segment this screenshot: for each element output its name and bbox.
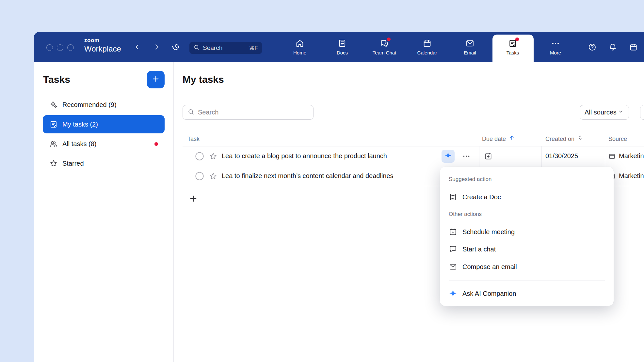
ai-companion-button[interactable] <box>442 150 455 163</box>
history-button[interactable] <box>169 41 182 54</box>
plus-icon <box>152 75 160 84</box>
search-icon <box>193 44 200 52</box>
task-list-icon <box>49 120 58 128</box>
suggested-actions-popup: Suggested action Create a Doc Other acti… <box>440 167 614 306</box>
notifications-button[interactable] <box>606 41 619 54</box>
tasks-badge <box>515 38 519 41</box>
all-tasks-badge <box>154 142 158 146</box>
app-window: zoom Workplace Search ⌘F Home Docs <box>34 32 644 362</box>
ai-sparkle-icon <box>444 152 452 161</box>
compose-email-label: Compose an email <box>462 263 517 271</box>
source-value: Marketing <box>619 172 644 180</box>
plus-icon <box>189 194 198 204</box>
sidebar-item-label: All tasks (8) <box>62 140 96 148</box>
sidebar-item-recommended[interactable]: Recommended (9) <box>43 96 165 114</box>
zoom-workplace-logo: zoom Workplace <box>84 38 121 53</box>
ask-ai-companion-item[interactable]: Ask AI Companion <box>449 285 605 302</box>
created-on-value: 01/30/2025 <box>545 146 578 166</box>
start-chat-item[interactable]: Start a chat <box>449 241 605 257</box>
sidebar-item-label: Starred <box>62 160 84 167</box>
nav-tasks-label: Tasks <box>507 50 519 55</box>
task-search[interactable] <box>183 105 314 120</box>
global-search-placeholder: Search <box>203 44 246 52</box>
column-due-date[interactable]: Due date <box>482 132 515 146</box>
star-task-icon[interactable] <box>209 152 217 160</box>
tasks-icon <box>508 39 517 48</box>
sidebar-item-label: Recommended (9) <box>62 101 117 109</box>
star-icon <box>49 159 58 168</box>
schedule-meeting-label: Schedule meeting <box>462 228 515 236</box>
calendar-icon <box>423 39 432 48</box>
nav-team-chat[interactable]: Team Chat <box>366 36 402 58</box>
global-search[interactable]: Search ⌘F <box>189 42 262 54</box>
column-task: Task <box>187 132 200 146</box>
sort-ascending-icon <box>508 132 515 146</box>
compose-email-item[interactable]: Compose an email <box>449 259 605 275</box>
source-cell: Marketing <box>608 166 644 186</box>
nav-more-label: More <box>550 50 561 55</box>
task-title: Lea to create a blog post to announce th… <box>222 146 387 166</box>
add-task-button[interactable] <box>147 71 165 88</box>
calendar-plus-icon <box>449 228 457 236</box>
nav-email-label: Email <box>464 50 476 55</box>
complete-task-radio[interactable] <box>195 172 204 181</box>
team-chat-badge <box>387 38 391 41</box>
sidebar-title: Tasks <box>43 74 70 85</box>
sidebar-item-label: My tasks (2) <box>62 121 98 128</box>
column-created-on[interactable]: Created on <box>545 132 584 146</box>
help-icon <box>588 43 597 53</box>
nav-calendar[interactable]: Calendar <box>409 36 445 58</box>
sidebar-item-my-tasks[interactable]: My tasks (2) <box>43 115 165 133</box>
nav-docs[interactable]: Docs <box>324 36 360 58</box>
top-bar: zoom Workplace Search ⌘F Home Docs <box>34 32 644 62</box>
email-icon <box>465 39 475 48</box>
ask-ai-label: Ask AI Companion <box>462 290 516 297</box>
column-divider <box>541 146 542 166</box>
calendar-icon <box>629 43 638 53</box>
column-divider <box>479 146 479 166</box>
logo-zoom-text: zoom <box>84 38 121 43</box>
create-doc-item[interactable]: Create a Doc <box>449 189 605 205</box>
task-row-1[interactable]: Lea to create a blog post to announce th… <box>183 146 644 166</box>
nav-tasks[interactable]: Tasks <box>495 36 531 58</box>
nav-team-chat-label: Team Chat <box>373 50 396 55</box>
window-control-2[interactable] <box>57 44 63 51</box>
calendar-icon <box>608 153 616 160</box>
source-filter-dropdown[interactable]: All sources <box>580 105 629 120</box>
nav-email[interactable]: Email <box>452 36 488 58</box>
star-task-icon[interactable] <box>209 172 217 180</box>
nav-home[interactable]: Home <box>282 36 318 58</box>
nav-more[interactable]: More <box>538 36 573 58</box>
logo-workplace-text: Workplace <box>84 45 121 53</box>
back-button[interactable] <box>131 41 144 54</box>
filter-button-clipped[interactable] <box>640 105 644 120</box>
chat-bubble-icon <box>449 245 457 253</box>
source-filter-value: All sources <box>585 109 617 116</box>
add-due-date-icon[interactable] <box>484 152 492 160</box>
search-icon <box>187 108 195 117</box>
nav-home-label: Home <box>293 50 306 55</box>
sparkles-icon <box>49 100 58 109</box>
complete-task-radio[interactable] <box>195 152 204 161</box>
source-cell: Marketing <box>608 146 644 166</box>
docs-icon <box>338 39 347 48</box>
task-search-input[interactable] <box>198 109 309 116</box>
popup-divider <box>449 280 605 280</box>
chevron-down-icon <box>618 108 624 116</box>
help-button[interactable] <box>586 41 599 54</box>
task-title: Lea to finalize next month’s content cal… <box>222 166 394 186</box>
more-actions-icon[interactable] <box>461 152 472 160</box>
window-control-1[interactable] <box>46 44 53 51</box>
schedule-button[interactable] <box>627 41 640 54</box>
more-icon <box>551 39 560 48</box>
sidebar-item-all-tasks[interactable]: All tasks (8) <box>43 135 165 153</box>
nav-calendar-label: Calendar <box>417 50 437 55</box>
window-control-3[interactable] <box>67 44 74 51</box>
history-icon <box>171 43 180 53</box>
create-doc-label: Create a Doc <box>462 193 501 201</box>
schedule-meeting-item[interactable]: Schedule meeting <box>449 224 605 240</box>
chevron-left-icon <box>133 43 141 52</box>
forward-button[interactable] <box>150 41 163 54</box>
sidebar-item-starred[interactable]: Starred <box>43 154 165 173</box>
add-new-task-button[interactable] <box>188 194 199 204</box>
